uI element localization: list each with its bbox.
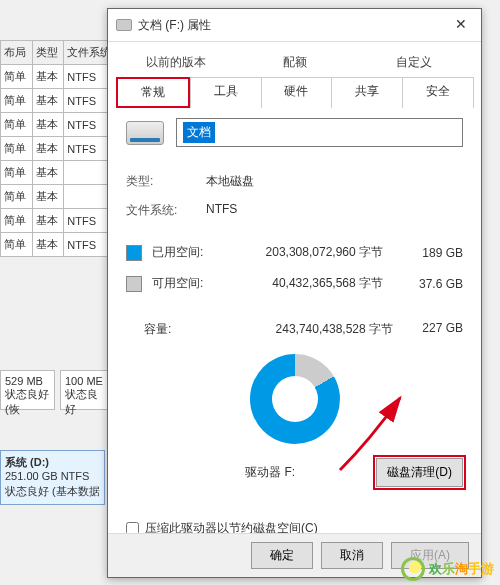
bg-part3-title: 系统 (D:) (5, 455, 100, 469)
cancel-button[interactable]: 取消 (321, 542, 383, 569)
titlebar[interactable]: 文档 (F:) 属性 ✕ (108, 9, 481, 42)
compress-label: 压缩此驱动器以节约磁盘空间(C) (145, 520, 318, 533)
close-icon[interactable]: ✕ (449, 15, 473, 35)
tab-general-content: 文档 类型: 本地磁盘 文件系统: NTFS 已用空间: 203,308,072… (108, 108, 481, 533)
table-row[interactable]: 简单基本NTFS (1, 209, 120, 233)
tab-tools[interactable]: 工具 (190, 77, 262, 108)
capacity-bytes: 243,740,438,528 字节 (212, 321, 403, 338)
table-row[interactable]: 简单基本NTFS (1, 233, 120, 257)
fs-label: 文件系统: (126, 202, 206, 219)
capacity-label: 容量: (144, 321, 212, 338)
drive-icon (116, 19, 132, 31)
table-row[interactable]: 简单基本NTFS (1, 137, 120, 161)
bg-part2-status: 状态良好 (65, 387, 105, 417)
col-type: 类型 (32, 41, 64, 65)
compress-checkbox[interactable] (126, 522, 139, 533)
tab-previous-versions[interactable]: 以前的版本 (116, 48, 235, 77)
free-gb: 37.6 GB (403, 277, 463, 291)
table-row[interactable]: 简单基本 (1, 185, 120, 209)
bg-part2-size: 100 ME (65, 375, 105, 387)
used-gb: 189 GB (403, 246, 463, 260)
compress-checkbox-row[interactable]: 压缩此驱动器以节约磁盘空间(C) (126, 517, 463, 533)
type-value: 本地磁盘 (206, 173, 463, 190)
tab-sharing[interactable]: 共享 (331, 77, 403, 108)
drive-name-input[interactable]: 文档 (176, 118, 463, 147)
col-layout: 布局 (1, 41, 33, 65)
bg-partition-block-1: 529 MB 状态良好 (恢 (0, 370, 55, 410)
tabs-container: 以前的版本 配额 自定义 常规 工具 硬件 共享 安全 (108, 42, 481, 108)
dialog-title: 文档 (F:) 属性 (138, 17, 449, 34)
table-row[interactable]: 简单基本NTFS (1, 65, 120, 89)
drive-properties-dialog: 文档 (F:) 属性 ✕ 以前的版本 配额 自定义 常规 工具 硬件 共享 安全… (107, 8, 482, 578)
tab-quota[interactable]: 配额 (235, 48, 354, 77)
used-swatch-icon (126, 245, 142, 261)
free-label: 可用空间: (152, 275, 212, 292)
tab-general[interactable]: 常规 (116, 77, 190, 108)
watermark-text: 欢乐淘手游 (429, 560, 494, 578)
ok-button[interactable]: 确定 (251, 542, 313, 569)
used-label: 已用空间: (152, 244, 212, 261)
type-label: 类型: (126, 173, 206, 190)
drive-caption: 驱动器 F: (126, 464, 376, 481)
bg-part3-status: 状态良好 (基本数据 (5, 484, 100, 498)
bg-part1-status: 状态良好 (恢 (5, 387, 50, 417)
bg-part3-size: 251.00 GB NTFS (5, 469, 100, 483)
disk-cleanup-button[interactable]: 磁盘清理(D) (376, 458, 463, 487)
table-row[interactable]: 简单基本 (1, 161, 120, 185)
bg-part1-size: 529 MB (5, 375, 50, 387)
tab-custom[interactable]: 自定义 (354, 48, 473, 77)
usage-donut-chart (126, 348, 463, 446)
free-swatch-icon (126, 276, 142, 292)
tab-security[interactable]: 安全 (402, 77, 474, 108)
fs-value: NTFS (206, 202, 463, 219)
table-row[interactable]: 简单基本NTFS (1, 113, 120, 137)
bg-volume-table: 布局 类型 文件系统 简单基本NTFS简单基本NTFS简单基本NTFS简单基本N… (0, 40, 120, 257)
table-row[interactable]: 简单基本NTFS (1, 89, 120, 113)
bg-partition-block-3[interactable]: 系统 (D:) 251.00 GB NTFS 状态良好 (基本数据 (0, 450, 105, 505)
drive-large-icon (126, 121, 164, 145)
watermark: 欢乐淘手游 (401, 557, 494, 581)
free-bytes: 40,432,365,568 字节 (222, 275, 393, 292)
capacity-gb: 227 GB (403, 321, 463, 338)
bg-partition-block-2: 100 ME 状态良好 (60, 370, 110, 410)
watermark-logo-icon (401, 557, 425, 581)
tab-hardware[interactable]: 硬件 (261, 77, 333, 108)
used-bytes: 203,308,072,960 字节 (222, 244, 393, 261)
